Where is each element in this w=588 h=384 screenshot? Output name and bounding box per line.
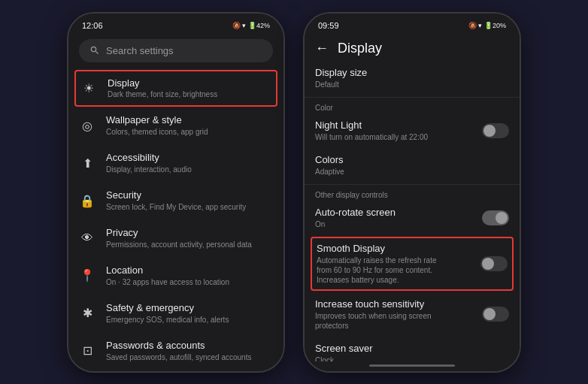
privacy-icon: 👁 [79,230,95,246]
battery-icon-right: 🔕 ▾ 🔋20% [468,22,506,29]
status-icons-right-left: 🔕 ▾ 🔋42% [232,22,270,29]
touch-sensitivity-subtitle: Improves touch when using screen protect… [315,311,450,331]
settings-item-display[interactable]: ☀ Display Dark theme, font size, brightn… [74,70,277,107]
location-icon: 📍 [79,268,95,284]
safety-title: Safety & emergency [106,302,273,315]
display-icon: ☀ [80,80,97,96]
status-icons-left: 🔕 ▾ 🔋42% [232,22,270,29]
screen-saver-subtitle: Clock [315,355,450,361]
security-icon: 🔒 [79,192,95,209]
display-header: ← Display [305,35,520,61]
location-title: Location [106,265,273,277]
display-page-title: Display [338,41,382,56]
smooth-display-item[interactable]: Smooth Display Automatically raises the … [311,237,514,291]
colors-item[interactable]: Colors Adaptive [305,148,520,183]
privacy-subtitle: Permissions, account activity, personal … [106,240,273,249]
smooth-display-subtitle: Automatically raises the refresh rate fr… [317,255,452,285]
night-light-subtitle: Will turn on automatically at 22:00 [315,132,428,142]
color-section-label: Color [305,99,520,113]
settings-item-privacy[interactable]: 👁 Privacy Permissions, account activity,… [68,219,283,257]
settings-item-safety[interactable]: ✱ Safety & emergency Emergency SOS, medi… [68,295,283,332]
status-time-left: 12:06 [82,21,103,30]
screen-saver-item[interactable]: Screen saver Clock [305,337,520,361]
settings-list: ☀ Display Dark theme, font size, brightn… [68,70,283,371]
back-button[interactable]: ← [315,41,329,56]
touch-sensitivity-title: Increase touch sensitivity [315,298,476,310]
home-indicator [369,364,455,367]
night-light-item[interactable]: Night Light Will turn on automatically a… [305,113,520,148]
passwords-subtitle: Saved passwords, autofill, synced accoun… [106,353,273,362]
accessibility-icon: ⬆ [79,155,95,171]
smooth-display-toggle-knob [482,258,494,270]
settings-item-accessibility[interactable]: ⬆ Accessibility Display, interaction, au… [68,144,283,182]
settings-item-location[interactable]: 📍 Location On · 32 apps have access to l… [68,257,283,295]
auto-rotate-subtitle: On [315,219,396,229]
night-light-toggle[interactable] [482,123,509,138]
touch-sensitivity-item[interactable]: Increase touch sensitivity Improves touc… [305,292,520,337]
status-icons-right: 🔕 ▾ 🔋20% [468,22,506,29]
safety-subtitle: Emergency SOS, medical info, alerts [106,316,273,325]
other-controls-label: Other display controls [305,186,520,201]
auto-rotate-title: Auto-rotate screen [315,207,396,218]
safety-icon: ✱ [79,305,95,322]
accessibility-title: Accessibility [106,152,273,165]
night-light-title: Night Light [315,119,428,131]
wallpaper-icon: ◎ [79,117,95,134]
colors-subtitle: Adaptive [315,167,450,177]
security-title: Security [106,189,273,202]
settings-item-wellbeing[interactable]: 👤 Digital Wellbeing & parental controls [68,370,283,371]
screen-saver-title: Screen saver [315,343,509,354]
search-icon [89,45,100,56]
search-bar[interactable]: Search settings [79,39,273,62]
settings-item-passwords[interactable]: ⊡ Passwords & accounts Saved passwords, … [68,332,283,370]
settings-item-security[interactable]: 🔒 Security Screen lock, Find My Device, … [68,182,283,219]
display-subtitle: Dark theme, font size, brightness [108,90,271,99]
night-light-toggle-knob [483,125,496,137]
security-subtitle: Screen lock, Find My Device, app securit… [106,203,273,212]
right-phone: 09:59 🔕 ▾ 🔋20% ← Display Display size De… [303,12,521,373]
wallpaper-subtitle: Colors, themed icons, app grid [106,128,273,137]
passwords-icon: ⊡ [79,343,95,359]
passwords-title: Passwords & accounts [106,340,273,352]
status-bar-left: 12:06 🔕 ▾ 🔋42% [68,14,283,35]
location-subtitle: On · 32 apps have access to location [106,278,273,287]
display-content: Display size Default Color Night Light W… [305,61,520,361]
touch-sensitivity-toggle[interactable] [482,307,509,322]
left-phone: 12:06 🔕 ▾ 🔋42% Search settings ☀ Display… [67,12,285,373]
auto-rotate-toggle-knob [496,212,508,224]
status-bar-right: 09:59 🔕 ▾ 🔋20% [305,14,520,35]
accessibility-subtitle: Display, interaction, audio [106,165,273,174]
privacy-title: Privacy [106,227,273,240]
auto-rotate-item[interactable]: Auto-rotate screen On [305,201,520,235]
smooth-display-title: Smooth Display [317,243,474,254]
display-size-subtitle: Default [315,80,450,89]
settings-item-wallpaper[interactable]: ◎ Wallpaper & style Colors, themed icons… [68,107,283,144]
search-bar-placeholder: Search settings [106,45,174,56]
colors-title: Colors [315,154,509,165]
auto-rotate-toggle[interactable] [482,210,509,225]
wallpaper-title: Wallpaper & style [106,114,273,127]
smooth-display-toggle[interactable] [480,256,508,271]
display-size-item[interactable]: Display size Default [305,61,520,95]
status-time-right: 09:59 [318,21,339,30]
touch-sensitivity-toggle-knob [483,308,496,320]
display-title: Display [108,77,271,90]
display-size-title: Display size [315,67,509,78]
